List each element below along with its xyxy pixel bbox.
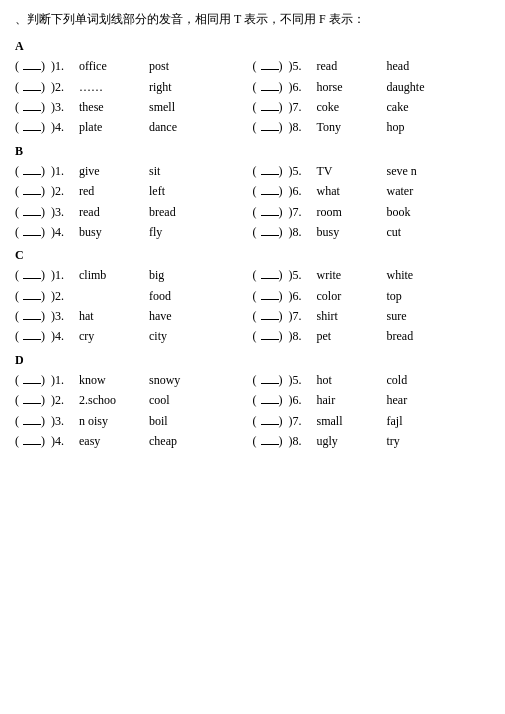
list-item: ())2.food [15,286,253,306]
list-item: ())3.thesesmell [15,97,253,117]
list-item: ())5.TVseve n [253,161,491,181]
list-item: ())7.shirtsure [253,306,491,326]
list-item: ())3.readbread [15,202,253,222]
section-d: D())1.knowsnowy())5.hotcold())2.2.schooc… [15,353,490,452]
section-c: C())1.climbbig())5.writewhite())2.food()… [15,248,490,347]
list-item: ())6.horsedaughte [253,77,491,97]
list-item: ())5.writewhite [253,265,491,285]
list-item: ())8.busycut [253,222,491,242]
list-item: ())5.hotcold [253,370,491,390]
section-label: D [15,353,490,368]
instructions-text: 、判断下列单词划线部分的发音，相同用 T 表示，不同用 F 表示： [15,10,490,29]
section-label: B [15,144,490,159]
list-item: ())8.Tonyhop [253,117,491,137]
section-a: A())1.officepost())5.readhead())2.……righ… [15,39,490,138]
list-item: ())5.readhead [253,56,491,76]
list-item: ())8.uglytry [253,431,491,451]
list-item: ())6.whatwater [253,181,491,201]
list-item: ())1.givesit [15,161,253,181]
list-item: ())7.cokecake [253,97,491,117]
list-item: ())4.platedance [15,117,253,137]
list-item: ())2.……right [15,77,253,97]
list-item: ())3.hathave [15,306,253,326]
section-label: C [15,248,490,263]
list-item: ())3.n oisyboil [15,411,253,431]
list-item: ())1.officepost [15,56,253,76]
list-item: ())8.petbread [253,326,491,346]
list-item: ())4.easycheap [15,431,253,451]
list-item: ())6.hairhear [253,390,491,410]
list-item: ())6.colortop [253,286,491,306]
list-item: ())4.busyfly [15,222,253,242]
list-item: ())7.roombook [253,202,491,222]
list-item: ())2.redleft [15,181,253,201]
section-b: B())1.givesit())5.TVseve n())2.redleft()… [15,144,490,243]
list-item: ())1.knowsnowy [15,370,253,390]
list-item: ())7.smallfajl [253,411,491,431]
list-item: ())2.2.schoocool [15,390,253,410]
section-label: A [15,39,490,54]
list-item: ())1.climbbig [15,265,253,285]
list-item: ())4.crycity [15,326,253,346]
